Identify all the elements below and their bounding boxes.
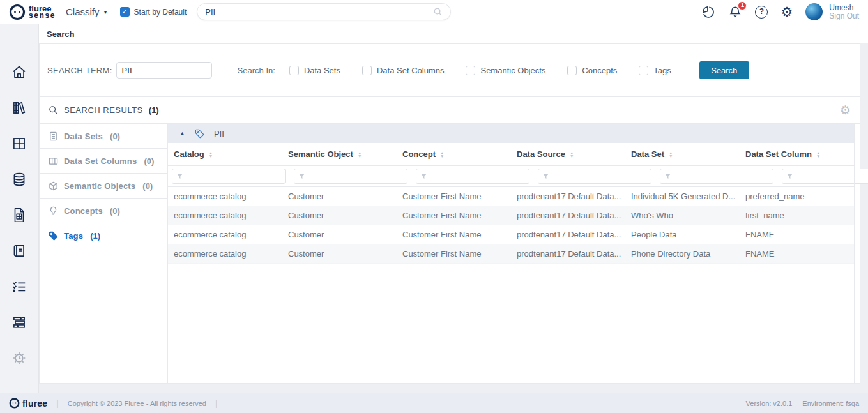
column-filter-semantic-object[interactable] xyxy=(294,169,407,184)
start-by-default-checkbox[interactable]: ✓ Start by Default xyxy=(120,7,187,17)
chevron-down-icon: ▾ xyxy=(104,8,107,15)
search-card: SEARCH TERM: Search In: Data SetsData Se… xyxy=(39,43,860,384)
search-form: SEARCH TERM: Search In: Data SetsData Se… xyxy=(40,44,860,97)
column-header-data-set[interactable]: Data Set▲▼ xyxy=(625,149,740,159)
filter-cell-semantic-object xyxy=(290,169,412,184)
table-cell: FNAME xyxy=(740,230,854,239)
sidebar-item-settings-clock-icon[interactable] xyxy=(11,350,27,366)
environment-text: Environment: fsqa xyxy=(802,400,859,407)
filter-funnel-icon xyxy=(664,173,671,180)
search-in-checkbox-semantic-objects[interactable]: Semantic Objects xyxy=(466,66,545,75)
table-cell: Customer First Name xyxy=(397,249,511,259)
sidebar-item-home-icon[interactable] xyxy=(11,64,27,80)
search-in-checkbox-concepts[interactable]: Concepts xyxy=(567,66,617,75)
column-header-semantic-object[interactable]: Semantic Object▲▼ xyxy=(282,149,397,159)
column-filter-concept[interactable] xyxy=(416,169,529,184)
checkbox-label: Semantic Objects xyxy=(480,66,545,75)
checkbox[interactable] xyxy=(362,66,372,75)
checkbox[interactable] xyxy=(289,66,299,75)
column-label: Semantic Object xyxy=(288,149,353,159)
checkbox[interactable] xyxy=(466,66,475,75)
category-label: Data Sets xyxy=(64,131,103,141)
table-row[interactable]: ecommerce catalogCustomerCustomer First … xyxy=(168,244,854,264)
notifications-bell-icon[interactable]: 1 xyxy=(728,5,742,19)
help-icon[interactable]: ? xyxy=(755,6,768,19)
global-search-input[interactable]: PII xyxy=(197,3,451,20)
filter-input[interactable] xyxy=(308,172,407,181)
search-button[interactable]: Search xyxy=(699,61,749,79)
sidebar-item-database-icon[interactable] xyxy=(11,171,27,188)
column-header-data-set-column[interactable]: Data Set Column▲▼ xyxy=(740,149,854,159)
sidebar-item-document-table-icon[interactable] xyxy=(11,207,27,223)
sort-icon[interactable]: ▲▼ xyxy=(669,151,673,158)
table-header-row: Catalog▲▼Semantic Object▲▼Concept▲▼Data … xyxy=(168,143,854,166)
table-row[interactable]: ecommerce catalogCustomerCustomer First … xyxy=(168,187,854,206)
category-label: Tags xyxy=(64,231,83,241)
results-header: SEARCH RESULTS (1) ⚙ xyxy=(40,97,860,124)
column-header-catalog[interactable]: Catalog▲▼ xyxy=(168,149,282,159)
global-search-value: PII xyxy=(205,7,433,17)
filter-funnel-icon xyxy=(786,173,793,180)
result-group-header[interactable]: ▲ PII xyxy=(168,124,854,143)
sort-icon[interactable]: ▲▼ xyxy=(440,151,444,158)
sidebar-item-stacked-bars-icon[interactable] xyxy=(11,314,27,331)
checkbox[interactable] xyxy=(567,66,577,75)
category-data-sets[interactable]: Data Sets(0) xyxy=(40,124,167,149)
search-in-group: Data SetsData Set ColumnsSemantic Object… xyxy=(289,66,671,75)
table-body: ecommerce catalogCustomerCustomer First … xyxy=(168,187,854,264)
category-data-set-columns[interactable]: Data Set Columns(0) xyxy=(40,149,167,174)
sidebar-item-grid-icon[interactable] xyxy=(11,135,27,152)
sort-icon[interactable]: ▲▼ xyxy=(816,151,820,158)
checkbox-label: Data Set Columns xyxy=(377,66,445,75)
table-filter-row xyxy=(168,166,854,187)
table-cell: ecommerce catalog xyxy=(168,211,282,220)
collapse-icon[interactable]: ▲ xyxy=(179,130,185,137)
column-label: Concept xyxy=(402,149,436,159)
sidebar-item-checklist-icon[interactable] xyxy=(11,278,27,295)
sign-out-link[interactable]: Sign Out xyxy=(829,12,859,20)
checkbox-label: Data Sets xyxy=(304,66,340,75)
category-semantic-objects[interactable]: Semantic Objects(0) xyxy=(40,174,167,199)
column-filter-catalog[interactable] xyxy=(172,169,286,184)
fluree-sense-logo[interactable]: fluree sense xyxy=(9,4,56,20)
column-label: Data Set xyxy=(631,149,664,159)
search-in-checkbox-data-set-columns[interactable]: Data Set Columns xyxy=(362,66,445,75)
category-concepts[interactable]: Concepts(0) xyxy=(40,199,167,223)
column-filter-data-set[interactable] xyxy=(660,169,773,184)
sort-icon[interactable]: ▲▼ xyxy=(570,151,574,158)
reports-pie-chart-icon[interactable] xyxy=(701,5,715,19)
search-in-checkbox-data-sets[interactable]: Data Sets xyxy=(289,66,340,75)
checkbox-checked-icon[interactable]: ✓ xyxy=(120,7,130,17)
results-settings-gear-icon[interactable]: ⚙ xyxy=(840,104,851,116)
results-title: SEARCH RESULTS xyxy=(64,105,143,115)
checkbox[interactable] xyxy=(639,66,648,75)
filter-cell-data-source xyxy=(534,169,656,184)
sidebar-item-library-icon[interactable] xyxy=(11,100,27,116)
sidebar-item-book-icon[interactable] xyxy=(11,243,27,259)
search-in-checkbox-tags[interactable]: Tags xyxy=(639,66,671,75)
module-menu[interactable]: Classify ▾ xyxy=(66,6,107,17)
filter-input[interactable] xyxy=(552,172,651,181)
column-label: Data Source xyxy=(517,149,565,159)
column-header-concept[interactable]: Concept▲▼ xyxy=(397,149,511,159)
sort-icon[interactable]: ▲▼ xyxy=(209,151,213,158)
filter-input[interactable] xyxy=(674,172,773,181)
version-text: Version: v2.0.1 xyxy=(746,400,793,407)
notification-badge: 1 xyxy=(738,1,747,10)
filter-input[interactable] xyxy=(430,172,529,181)
table-row[interactable]: ecommerce catalogCustomerCustomer First … xyxy=(168,225,854,244)
settings-gear-icon[interactable]: ⚙ xyxy=(780,5,793,19)
column-filter-data-source[interactable] xyxy=(538,169,651,184)
category-tags[interactable]: Tags(1) xyxy=(40,223,167,248)
category-count: (1) xyxy=(90,231,100,241)
columns-icon xyxy=(49,156,58,166)
filter-input[interactable] xyxy=(186,172,285,181)
table-cell: Customer First Name xyxy=(397,191,511,201)
table-cell: Customer First Name xyxy=(397,211,511,220)
user-avatar[interactable] xyxy=(805,3,823,20)
table-row[interactable]: ecommerce catalogCustomerCustomer First … xyxy=(168,206,854,225)
search-term-input[interactable] xyxy=(116,62,212,79)
sort-icon[interactable]: ▲▼ xyxy=(358,151,362,158)
table-cell: ecommerce catalog xyxy=(168,230,282,239)
column-header-data-source[interactable]: Data Source▲▼ xyxy=(511,149,625,159)
